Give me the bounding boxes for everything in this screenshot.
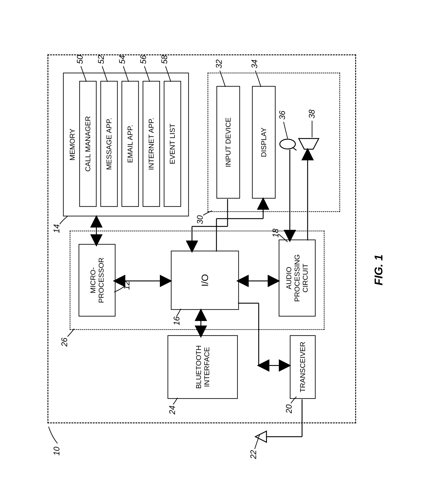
mem-item-call-manager: CALL MANAGER (79, 81, 97, 207)
ref-50: 50 (75, 55, 85, 64)
ref-20: 20 (284, 404, 293, 413)
ref-32: 32 (214, 59, 223, 68)
ref-24: 24 (167, 405, 177, 414)
input-device-block: INPUT DEVICE (216, 86, 240, 199)
display-block: DISPLAY (252, 86, 276, 199)
ref-38: 38 (307, 110, 316, 118)
ref-52: 52 (96, 55, 106, 64)
audio-block: AUDIO PROCESSING CIRCUIT (279, 240, 315, 317)
ref-10: 10 (52, 447, 61, 455)
memory-block: MEMORY CALL MANAGER MESSAGE APP. EMAIL A… (63, 73, 189, 217)
ref-58: 58 (160, 55, 169, 64)
mem-item-internet: INTERNET APP. (142, 81, 160, 207)
io-block: I/O (171, 251, 239, 310)
figure-label: FIG. 1 (372, 255, 385, 285)
ref-18: 18 (271, 228, 280, 237)
ref-54: 54 (117, 55, 127, 64)
mem-item-email: EMAIL APP. (121, 81, 139, 207)
microprocessor-block: MICRO- PROCESSOR (78, 244, 115, 317)
ref-26: 26 (60, 337, 69, 346)
bluetooth-block: BLUETOOTH INTERFACE (167, 335, 238, 399)
ref-22: 22 (248, 450, 258, 459)
ref-30: 30 (195, 215, 205, 224)
memory-label: MEMORY (68, 73, 76, 216)
ref-12: 12 (122, 281, 131, 290)
mem-item-event: EVENT LIST (164, 81, 181, 207)
mem-item-message: MESSAGE APP. (100, 81, 118, 207)
ref-16: 16 (172, 316, 181, 325)
ref-56: 56 (139, 55, 148, 64)
transceiver-block: TRANSCEIVER (290, 335, 315, 399)
ref-34: 34 (250, 59, 259, 68)
ref-14: 14 (52, 224, 61, 233)
ref-36: 36 (277, 111, 287, 119)
